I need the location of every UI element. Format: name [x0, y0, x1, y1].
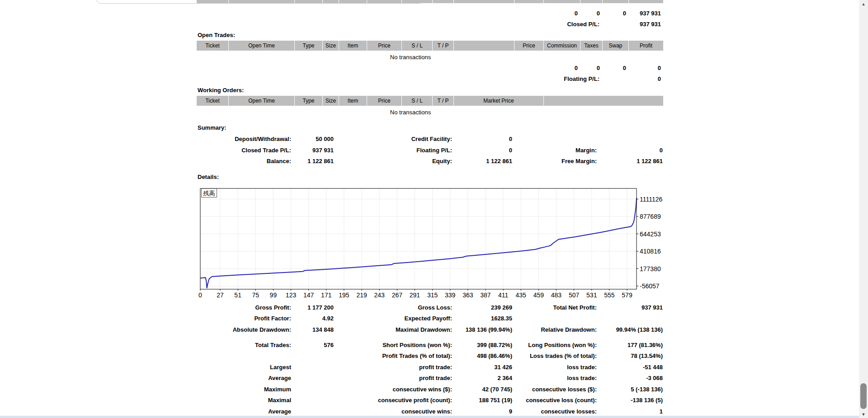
x-tick-label: 75 [252, 291, 259, 299]
stat-value: 1 177 200 [291, 304, 334, 311]
x-tick-label: 411 [498, 291, 509, 299]
x-tick-label: 171 [321, 291, 332, 299]
closed-transactions-header-partial [197, 0, 667, 3]
summary-value: 0 [452, 135, 512, 143]
floating-pl-label: Floating P/L: [197, 75, 602, 83]
stat-value [291, 385, 334, 393]
column-header [323, 0, 339, 3]
x-tick-label: 531 [586, 291, 597, 299]
stat-value: 134 848 [291, 326, 334, 333]
stat-value: 1628.35 [452, 315, 512, 322]
column-header [197, 0, 228, 3]
column-header: Profit [629, 41, 663, 51]
y-tick-label: 410816 [640, 248, 661, 255]
column-header: Price [367, 41, 401, 51]
stat-label: consecutive wins ($): [334, 385, 452, 393]
x-tick-label: 123 [286, 291, 297, 299]
stat-label [197, 352, 291, 360]
stat-value: 177 (81.36%) [597, 341, 663, 349]
x-tick-label: 579 [622, 291, 632, 299]
column-header: Item [339, 96, 367, 106]
column-header [454, 41, 514, 51]
stat-label: profit trade: [334, 374, 452, 382]
stat-value: 239 269 [452, 304, 512, 311]
totals-value: 0 [629, 65, 663, 72]
column-header [580, 0, 602, 3]
column-header [367, 0, 401, 3]
x-tick-label: 0 [198, 291, 202, 299]
scrollbar-down-icon[interactable]: ▼ [859, 410, 868, 418]
stat-value: 9 [452, 408, 512, 415]
stat-label: Relative Drawdown: [512, 326, 597, 333]
summary-label: Equity: [334, 157, 452, 165]
summary-row: Deposit/Withdrawal:50 000Credit Facility… [197, 135, 667, 143]
stat-label: consecutive profit (count): [334, 396, 452, 404]
column-header: Market Price [454, 96, 543, 106]
column-header: Swap [603, 41, 628, 51]
stats-block-1: Gross Profit:1 177 200Gross Loss:239 269… [197, 304, 667, 333]
x-tick-label: 483 [551, 291, 562, 299]
summary-label: Floating P/L: [334, 146, 452, 154]
column-header [339, 0, 367, 3]
column-header [433, 0, 453, 3]
floating-pl-value: 0 [603, 75, 663, 83]
column-header: Size [323, 41, 339, 51]
column-header [544, 0, 580, 3]
column-header: Size [323, 96, 339, 106]
working-orders-empty-text: No transactions [197, 109, 624, 116]
stat-label: Profit Trades (% of total): [334, 352, 452, 360]
stat-row: Profit Factor:4.92Expected Payoff:1628.3… [197, 315, 667, 322]
x-tick-label: 195 [339, 291, 349, 299]
x-tick-label: 387 [480, 291, 491, 299]
x-tick-label: 51 [234, 291, 241, 299]
stat-label: loss trade: [512, 374, 597, 382]
stat-value: 498 (86.46%) [452, 352, 512, 360]
stat-row: Largestprofit trade:31 426loss trade:-51… [197, 363, 667, 371]
stat-row: Maximumconsecutive wins ($):42 (70 745)c… [197, 385, 667, 393]
summary-label: Balance: [197, 157, 291, 165]
summary-value: 1 122 861 [452, 157, 512, 165]
x-tick-label: 267 [392, 291, 403, 299]
totals-value: 937 931 [629, 10, 663, 17]
stat-value: -3 068 [597, 374, 663, 382]
balance-line [200, 198, 637, 288]
y-tick-label: 177380 [640, 265, 661, 272]
stat-label: Maximum [197, 385, 291, 393]
column-header: T / P [433, 41, 453, 51]
stat-label: Profit Factor: [197, 315, 291, 322]
stat-row: Averageconsecutive wins:9consecutive los… [197, 408, 667, 415]
column-header [603, 0, 628, 3]
column-header: Open Time [229, 41, 294, 51]
stat-label [512, 315, 597, 322]
summary-label: Deposit/Withdrawal: [197, 135, 291, 143]
stat-value [291, 363, 334, 371]
summary-value: 937 931 [291, 146, 334, 154]
stat-value: 576 [291, 341, 334, 349]
stat-label: consecutive losses: [512, 408, 597, 415]
x-tick-label: 339 [445, 291, 456, 299]
column-header: Taxes [580, 41, 602, 51]
scrollbar[interactable]: ▲ ▼ [859, 0, 868, 418]
stat-value: 188 751 (19) [452, 396, 512, 404]
summary-label [512, 135, 597, 143]
stat-value: 1 [597, 408, 663, 415]
summary-value: 0 [452, 146, 512, 154]
stat-value: 937 931 [597, 304, 663, 311]
totals-value: 0 [544, 10, 580, 17]
column-header [229, 0, 294, 3]
column-header: Price [514, 41, 543, 51]
column-header: S / L [402, 96, 432, 106]
stat-value: 99.94% (138 136) [597, 326, 663, 333]
closed-pl-label: Closed P/L: [197, 21, 602, 28]
stat-value: -138 136 (5) [597, 396, 663, 404]
column-header: Type [295, 41, 322, 51]
balance-chart: 1111126877689644253410816177380-56057027… [197, 187, 667, 301]
stats-block-2: Total Trades:576Short Positions (won %):… [197, 341, 667, 415]
column-header: T / P [433, 96, 453, 106]
scrollbar-thumb[interactable] [860, 383, 867, 409]
stat-row: Total Trades:576Short Positions (won %):… [197, 341, 667, 349]
summary-value [597, 135, 663, 143]
scrollbar-up-icon[interactable]: ▲ [859, 0, 868, 8]
stat-label: Absolute Drawdown: [197, 326, 291, 333]
stat-label: Gross Loss: [334, 304, 452, 311]
